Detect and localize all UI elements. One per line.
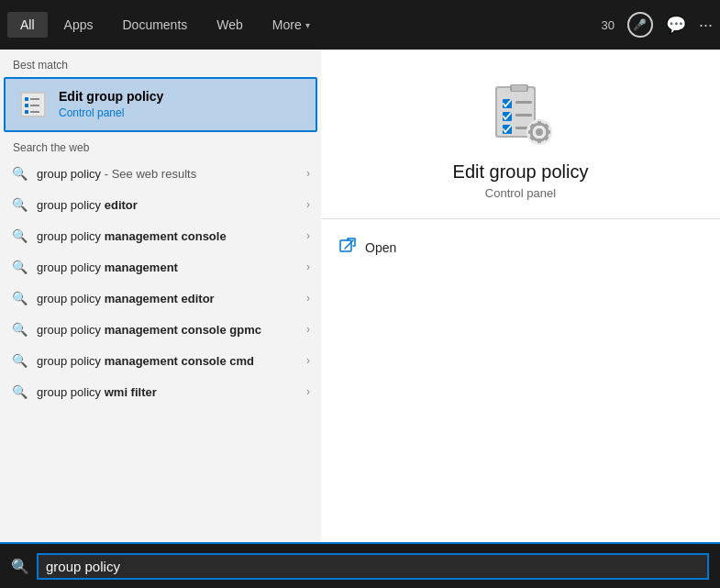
chevron-right-icon: › bbox=[306, 385, 310, 398]
list-item[interactable]: 🔍 group policy management console gpmc › bbox=[0, 314, 321, 345]
notification-count: 30 bbox=[602, 18, 615, 32]
svg-rect-24 bbox=[546, 130, 550, 134]
result-text: group policy - See web results bbox=[37, 167, 297, 181]
svg-rect-3 bbox=[30, 98, 39, 100]
chevron-right-icon: › bbox=[306, 354, 310, 367]
search-icon: 🔍 bbox=[11, 259, 28, 275]
svg-rect-21 bbox=[537, 121, 541, 126]
best-match-text: Edit group policy Control panel bbox=[59, 89, 163, 120]
chevron-down-icon: ▾ bbox=[305, 20, 310, 30]
svg-rect-13 bbox=[515, 101, 532, 104]
search-input[interactable] bbox=[46, 559, 700, 574]
main-container: Best match Edit group p bbox=[0, 50, 720, 542]
list-item[interactable]: 🔍 group policy management console cmd › bbox=[0, 345, 321, 376]
best-match-title: Edit group policy bbox=[59, 89, 163, 104]
tab-more-label: More bbox=[272, 17, 302, 32]
open-icon bbox=[339, 238, 356, 258]
list-item[interactable]: 🔍 group policy editor › bbox=[0, 189, 321, 220]
search-icon: 🔍 bbox=[11, 227, 28, 244]
chevron-right-icon: › bbox=[306, 323, 310, 336]
result-text: group policy management console gpmc bbox=[37, 323, 297, 337]
best-match-subtitle: Control panel bbox=[59, 106, 124, 119]
group-policy-icon bbox=[17, 88, 50, 121]
search-bar: 🔍 bbox=[0, 542, 720, 588]
search-icon: 🔍 bbox=[11, 558, 29, 575]
svg-rect-5 bbox=[30, 105, 39, 106]
web-section-label: Search the web bbox=[0, 132, 321, 158]
svg-rect-6 bbox=[25, 110, 28, 114]
left-panel: Best match Edit group p bbox=[0, 50, 321, 542]
result-text: group policy management bbox=[37, 261, 297, 274]
best-match-label: Best match bbox=[0, 50, 321, 77]
chevron-right-icon: › bbox=[306, 167, 310, 180]
search-input-wrapper bbox=[37, 553, 709, 580]
tab-apps[interactable]: Apps bbox=[51, 12, 106, 38]
microphone-icon[interactable]: 🎤 bbox=[627, 12, 653, 38]
top-navigation-bar: All Apps Documents Web More ▾ 30 🎤 💬 ··· bbox=[0, 0, 720, 50]
feedback-icon[interactable]: 💬 bbox=[666, 15, 686, 35]
best-match-item[interactable]: Edit group policy Control panel bbox=[4, 77, 317, 132]
svg-rect-15 bbox=[515, 114, 532, 116]
result-text: group policy management console cmd bbox=[37, 354, 297, 368]
app-icon-large bbox=[484, 77, 558, 150]
open-action[interactable]: Open bbox=[321, 230, 720, 265]
chevron-right-icon: › bbox=[306, 198, 310, 211]
app-title: Edit group policy bbox=[453, 161, 589, 183]
svg-rect-2 bbox=[25, 97, 28, 101]
chevron-right-icon: › bbox=[306, 292, 310, 305]
tab-all-label: All bbox=[20, 17, 35, 32]
more-options-icon[interactable]: ··· bbox=[699, 16, 713, 35]
tab-documents-label: Documents bbox=[122, 17, 187, 32]
svg-rect-22 bbox=[537, 139, 541, 143]
list-item[interactable]: 🔍 group policy - See web results › bbox=[0, 158, 321, 189]
search-icon: 🔍 bbox=[11, 352, 28, 369]
right-panel: Edit group policy Control panel Open bbox=[321, 50, 720, 542]
svg-rect-7 bbox=[30, 111, 39, 113]
chevron-right-icon: › bbox=[306, 229, 310, 242]
result-text: group policy management console bbox=[37, 229, 297, 243]
tab-documents[interactable]: Documents bbox=[109, 12, 200, 38]
svg-rect-23 bbox=[528, 130, 533, 134]
result-text: group policy wmi filter bbox=[37, 385, 297, 399]
tab-web[interactable]: Web bbox=[204, 12, 256, 38]
divider bbox=[321, 218, 720, 219]
svg-rect-11 bbox=[512, 85, 526, 91]
search-icon: 🔍 bbox=[11, 383, 28, 400]
list-item[interactable]: 🔍 group policy management › bbox=[0, 251, 321, 283]
search-icon: 🔍 bbox=[11, 321, 28, 338]
open-label: Open bbox=[365, 240, 396, 255]
svg-point-20 bbox=[536, 128, 543, 136]
chevron-right-icon: › bbox=[306, 261, 310, 273]
tab-web-label: Web bbox=[216, 17, 243, 32]
list-item[interactable]: 🔍 group policy management console › bbox=[0, 220, 321, 251]
list-item[interactable]: 🔍 group policy wmi filter › bbox=[0, 376, 321, 407]
svg-rect-29 bbox=[340, 240, 351, 251]
result-text: group policy editor bbox=[37, 198, 297, 212]
tab-apps-label: Apps bbox=[64, 17, 94, 32]
svg-rect-4 bbox=[25, 104, 28, 107]
tab-all[interactable]: All bbox=[7, 12, 48, 38]
app-subtitle: Control panel bbox=[485, 186, 556, 200]
search-icon: 🔍 bbox=[11, 165, 28, 182]
list-item[interactable]: 🔍 group policy management editor › bbox=[0, 283, 321, 314]
search-icon: 🔍 bbox=[11, 290, 28, 306]
top-bar-right-controls: 30 🎤 💬 ··· bbox=[602, 12, 713, 38]
tab-more[interactable]: More ▾ bbox=[260, 12, 323, 38]
result-text: group policy management editor bbox=[37, 292, 297, 305]
search-icon: 🔍 bbox=[11, 196, 28, 213]
